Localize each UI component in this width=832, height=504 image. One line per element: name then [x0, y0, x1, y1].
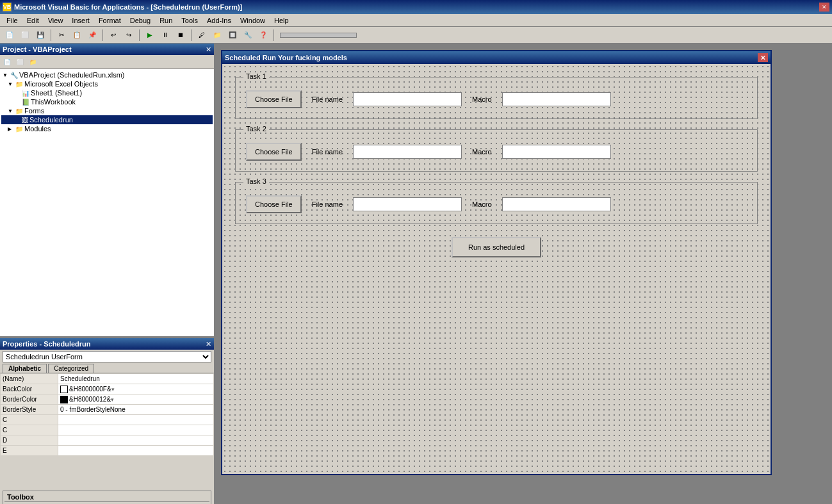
- tab-categorized[interactable]: Categorized: [48, 364, 94, 373]
- forms-icon: 📁: [15, 108, 23, 115]
- tree-modules[interactable]: ▶ 📁 Modules: [1, 124, 213, 133]
- menu-window[interactable]: Window: [236, 15, 269, 26]
- run-as-scheduled-button[interactable]: Run as scheduled: [452, 237, 541, 257]
- prop-backcolor-value[interactable]: &H8000000F& ▾: [58, 384, 214, 394]
- prop-backcolor-label: BackColor: [1, 384, 58, 394]
- menu-edit[interactable]: Edit: [23, 15, 43, 26]
- properties-panel-title: Properties - Scheduledrun: [3, 340, 91, 348]
- menu-help[interactable]: Help: [270, 15, 293, 26]
- prop-c1-value[interactable]: [58, 415, 214, 425]
- toolbar-undo-btn[interactable]: ↩: [106, 28, 120, 42]
- menu-tools[interactable]: Tools: [177, 15, 202, 26]
- properties-object-select[interactable]: Scheduledrun UserForm: [3, 351, 211, 362]
- properties-panel-close-btn[interactable]: ✕: [206, 340, 211, 348]
- toolbox-title-text: Toolbox: [7, 493, 34, 501]
- prop-borderstyle-value[interactable]: 0 - fmBorderStyleNone: [58, 405, 214, 415]
- expand-icon-4: ▶: [8, 126, 14, 132]
- properties-content: Scheduledrun UserForm Alphabetic Categor…: [0, 350, 214, 504]
- toolbar-redo-btn[interactable]: ↪: [122, 28, 136, 42]
- prop-d-value[interactable]: [58, 435, 214, 446]
- title-bar-close-button[interactable]: ✕: [819, 3, 829, 12]
- workbook-icon: 📗: [22, 99, 29, 106]
- prop-c2-value[interactable]: [58, 425, 214, 435]
- task3-row: Choose File File name Macro: [246, 195, 747, 213]
- userform-title-text: Scheduled Run Your fucking models: [225, 54, 347, 61]
- task1-macro-label: Macro: [472, 95, 492, 103]
- tree-root-label: VBAProject (ScheduledRun.xlsm): [19, 71, 124, 79]
- toolbar-separator-5: [273, 29, 274, 41]
- prop-e-value[interactable]: [58, 446, 214, 456]
- project-toggle-folders-btn[interactable]: 📁: [27, 56, 38, 68]
- task2-filename-input[interactable]: [353, 145, 462, 159]
- prop-name-value[interactable]: Scheduledrun: [58, 374, 214, 384]
- tree-forms[interactable]: ▼ 📁 Forms: [1, 106, 213, 115]
- expand-icon: ▼: [3, 72, 9, 78]
- project-panel-title: Project - VBAProject: [3, 45, 72, 53]
- task3-macro-input[interactable]: [502, 197, 611, 211]
- project-icon: 🔧: [10, 72, 18, 79]
- userform-titlebar: Scheduled Run Your fucking models ✕: [222, 51, 771, 64]
- toolbar-save-btn[interactable]: 💾: [33, 28, 47, 42]
- menu-format[interactable]: Format: [95, 15, 125, 26]
- bordercolor-text: &H80000012&: [69, 396, 111, 403]
- task1-macro-input[interactable]: [502, 92, 611, 106]
- title-bar-text: Microsoft Visual Basic for Applications …: [14, 3, 242, 11]
- prop-row-d: D: [1, 435, 214, 446]
- task1-choose-file-button[interactable]: Choose File: [246, 90, 302, 108]
- toolbar: 📄 ⬜ 💾 ✂ 📋 📌 ↩ ↪ ▶ ⏸ ⏹ 🖊 📁 🔲 🔧 ❓: [0, 27, 832, 44]
- toolbar-btn-designer[interactable]: 🖊: [195, 28, 209, 42]
- tree-excel-objects[interactable]: ▼ 📁 Microsoft Excel Objects: [1, 79, 213, 88]
- task3-filename-input[interactable]: [353, 197, 462, 211]
- form-canvas[interactable]: Task 1 Choose File File name Macro Task …: [222, 64, 771, 474]
- prop-bordercolor-value[interactable]: &H80000012& ▾: [58, 394, 214, 405]
- menu-view[interactable]: View: [44, 15, 67, 26]
- backcolor-dropdown-icon[interactable]: ▾: [111, 386, 115, 393]
- toolbar-btn-props[interactable]: 🔲: [225, 28, 240, 42]
- tab-alphabetic[interactable]: Alphabetic: [3, 364, 47, 373]
- toolbar-cut-btn[interactable]: ✂: [54, 28, 69, 42]
- tree-scheduledrun[interactable]: 🖼 Scheduledrun: [1, 115, 213, 124]
- toolbar-new-btn[interactable]: 📄: [3, 28, 17, 42]
- tree-sheet1-label: Sheet1 (Sheet1): [31, 89, 82, 97]
- tree-root[interactable]: ▼ 🔧 VBAProject (ScheduledRun.xlsm): [1, 70, 213, 79]
- toolbar-stop-btn[interactable]: ⏹: [174, 28, 188, 42]
- toolbar-separator-1: [51, 29, 51, 41]
- task3-macro-label: Macro: [472, 200, 492, 208]
- project-tree: ▼ 🔧 VBAProject (ScheduledRun.xlsm) ▼ 📁 M…: [0, 69, 214, 336]
- toolbar-run-btn[interactable]: ▶: [143, 28, 157, 42]
- project-panel-close-btn[interactable]: ✕: [206, 45, 211, 54]
- tree-excel-objects-label: Microsoft Excel Objects: [24, 80, 98, 88]
- task2-filename-label: File name: [312, 148, 343, 156]
- menu-insert[interactable]: Insert: [68, 15, 94, 26]
- toolbar-paste-btn[interactable]: 📌: [85, 28, 99, 42]
- bordercolor-dropdown-icon[interactable]: ▾: [111, 396, 114, 403]
- task1-group: Task 1 Choose File File name Macro: [235, 77, 758, 119]
- userform-close-button[interactable]: ✕: [758, 53, 768, 62]
- menu-debug[interactable]: Debug: [126, 15, 154, 26]
- prop-c1-label: C: [1, 415, 58, 425]
- tree-modules-label: Modules: [24, 125, 51, 133]
- tree-thisworkbook[interactable]: 📗 ThisWorkbook: [1, 97, 213, 106]
- task2-macro-input[interactable]: [502, 145, 611, 159]
- project-view-code-btn[interactable]: 📄: [1, 56, 13, 68]
- menu-addins[interactable]: Add-Ins: [203, 15, 235, 26]
- toolbar-btn-toolbox[interactable]: 🔧: [241, 28, 255, 42]
- title-bar: VB Microsoft Visual Basic for Applicatio…: [0, 0, 832, 14]
- toolbar-btn-project[interactable]: 📁: [210, 28, 224, 42]
- task2-choose-file-button[interactable]: Choose File: [246, 143, 302, 161]
- toolbar-break-btn[interactable]: ⏸: [158, 28, 172, 42]
- menu-file[interactable]: File: [3, 15, 22, 26]
- toolbar-copy-btn[interactable]: 📋: [70, 28, 84, 42]
- prop-row-e: E: [1, 446, 214, 456]
- tree-sheet1[interactable]: 📊 Sheet1 (Sheet1): [1, 88, 213, 97]
- prop-e-label: E: [1, 446, 58, 456]
- toolbar-btn-2[interactable]: ⬜: [18, 28, 32, 42]
- bordercolor-swatch: [60, 396, 68, 403]
- project-view-obj-btn[interactable]: ⬜: [14, 56, 26, 68]
- menu-run[interactable]: Run: [156, 15, 176, 26]
- toolbar-btn-help[interactable]: ❓: [256, 28, 270, 42]
- prop-row-borderstyle: BorderStyle 0 - fmBorderStyleNone: [1, 405, 214, 415]
- task3-choose-file-button[interactable]: Choose File: [246, 195, 302, 213]
- project-panel: Project - VBAProject ✕ 📄 ⬜ 📁 ▼ 🔧 VBAProj…: [0, 44, 214, 337]
- task1-filename-input[interactable]: [353, 92, 462, 106]
